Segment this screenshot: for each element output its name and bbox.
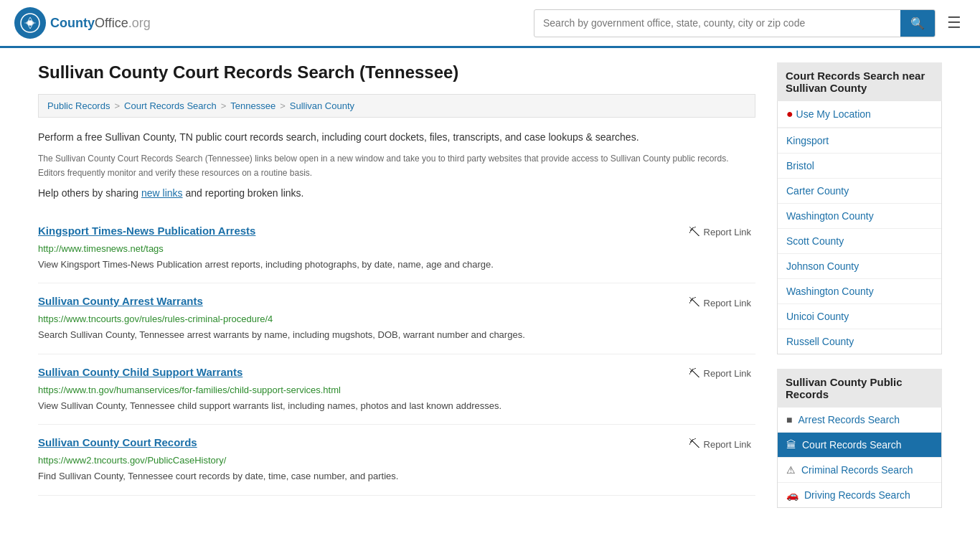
- record-item: Sullivan County Court Records ⛏ Report L…: [38, 425, 755, 496]
- arrest-records-icon: ■: [786, 414, 792, 425]
- record-title[interactable]: Kingsport Times-News Publication Arrests: [38, 225, 255, 237]
- driving-records-label: Driving Records Search: [804, 489, 910, 501]
- report-icon: ⛏: [689, 226, 700, 239]
- record-title[interactable]: Sullivan County Court Records: [38, 436, 197, 448]
- record-item: Kingsport Times-News Publication Arrests…: [38, 213, 755, 284]
- criminal-records-icon: ⚠: [786, 464, 796, 476]
- criminal-records-label: Criminal Records Search: [801, 464, 913, 476]
- nearby-section: Court Records Search near Sullivan Count…: [777, 62, 942, 354]
- nearby-bristol: Bristol: [778, 154, 941, 179]
- content-area: Sullivan County Court Records Search (Te…: [38, 62, 755, 522]
- sidebar-driving-records: 🚗 Driving Records Search: [778, 483, 941, 507]
- record-url: http://www.timesnews.net/tags: [38, 243, 755, 254]
- court-records-icon: 🏛: [786, 439, 796, 451]
- sidebar-court-records: 🏛 Court Records Search: [778, 433, 941, 458]
- public-records-list: ■ Arrest Records Search 🏛 Court Records …: [777, 408, 942, 508]
- help-suffix: and reporting broken links.: [183, 187, 304, 199]
- new-links-link[interactable]: new links: [141, 187, 183, 199]
- record-item: Sullivan County Child Support Warrants ⛏…: [38, 354, 755, 425]
- breadcrumb-court-records-search[interactable]: Court Records Search: [124, 100, 217, 111]
- sidebar-criminal-records: ⚠ Criminal Records Search: [778, 458, 941, 483]
- search-button[interactable]: 🔍: [900, 10, 935, 37]
- breadcrumb-sep-1: >: [114, 100, 120, 111]
- logo-icon: [14, 7, 46, 39]
- record-title[interactable]: Sullivan County Arrest Warrants: [38, 295, 203, 307]
- record-description: View Kingsport Times-News Publication ar…: [38, 258, 755, 272]
- hamburger-icon: ☰: [947, 14, 961, 32]
- nearby-johnson-county: Johnson County: [778, 254, 941, 279]
- record-description: Search Sullivan County, Tennessee arrest…: [38, 328, 755, 342]
- court-records-label: Court Records Search: [802, 439, 902, 451]
- report-link-button[interactable]: ⛏ Report Link: [684, 366, 755, 382]
- use-location-link[interactable]: ● Use My Location: [778, 101, 941, 128]
- record-description: Find Sullivan County, Tennessee court re…: [38, 469, 755, 484]
- report-link-button[interactable]: ⛏ Report Link: [684, 436, 755, 452]
- nearby-washington-county-1: Washington County: [778, 204, 941, 229]
- nearby-kingsport: Kingsport: [778, 128, 941, 154]
- record-header: Sullivan County Child Support Warrants ⛏…: [38, 366, 755, 382]
- nearby-heading: Court Records Search near Sullivan Count…: [777, 62, 942, 101]
- breadcrumb-public-records[interactable]: Public Records: [47, 100, 110, 111]
- logo-text: CountyOffice.org: [50, 16, 151, 31]
- record-header: Sullivan County Arrest Warrants ⛏ Report…: [38, 295, 755, 311]
- help-prefix: Help others by sharing: [38, 187, 141, 199]
- menu-button[interactable]: ☰: [943, 9, 966, 37]
- nearby-russell-county: Russell County: [778, 329, 941, 354]
- record-url: https://www.tncourts.gov/rules/rules-cri…: [38, 314, 755, 324]
- nearby-scott-county: Scott County: [778, 229, 941, 254]
- search-bar: 🔍: [534, 9, 936, 37]
- sidebar: Court Records Search near Sullivan Count…: [777, 62, 942, 522]
- record-url: https://www.tn.gov/humanservices/for-fam…: [38, 385, 755, 395]
- breadcrumb-sullivan-county[interactable]: Sullivan County: [290, 100, 354, 111]
- public-records-heading: Sullivan County Public Records: [777, 369, 942, 408]
- location-pin-icon: ●: [786, 108, 793, 120]
- intro-text-1: Perform a free Sullivan County, TN publi…: [38, 129, 755, 145]
- record-title[interactable]: Sullivan County Child Support Warrants: [38, 366, 242, 378]
- report-icon: ⛏: [689, 296, 700, 309]
- header-right: 🔍 ☰: [534, 9, 966, 37]
- logo-area: CountyOffice.org: [14, 7, 151, 39]
- record-url: https://www2.tncourts.gov/PublicCaseHist…: [38, 455, 755, 466]
- record-header: Sullivan County Court Records ⛏ Report L…: [38, 436, 755, 452]
- search-icon: 🔍: [910, 17, 925, 29]
- report-link-button[interactable]: ⛏ Report Link: [684, 225, 755, 240]
- breadcrumb: Public Records > Court Records Search > …: [38, 94, 755, 118]
- sidebar-arrest-records: ■ Arrest Records Search: [778, 408, 941, 433]
- report-link-button[interactable]: ⛏ Report Link: [684, 295, 755, 311]
- page-title: Sullivan County Court Records Search (Te…: [38, 62, 755, 83]
- report-link-label: Report Link: [704, 227, 751, 237]
- public-records-section: Sullivan County Public Records ■ Arrest …: [777, 369, 942, 508]
- breadcrumb-sep-3: >: [280, 100, 286, 111]
- records-list: Kingsport Times-News Publication Arrests…: [38, 213, 755, 496]
- record-item: Sullivan County Arrest Warrants ⛏ Report…: [38, 283, 755, 354]
- use-location-item: ● Use My Location: [778, 101, 941, 128]
- report-link-label: Report Link: [704, 298, 751, 309]
- report-icon: ⛏: [689, 367, 700, 380]
- main-container: Sullivan County Court Records Search (Te…: [24, 48, 956, 537]
- help-text: Help others by sharing new links and rep…: [38, 187, 755, 199]
- breadcrumb-sep-2: >: [221, 100, 227, 111]
- nearby-list: ● Use My Location Kingsport Bristol Cart…: [777, 101, 942, 354]
- intro-text-2: The Sullivan County Court Records Search…: [38, 152, 755, 179]
- record-description: View Sullivan County, Tennessee child su…: [38, 399, 755, 413]
- report-link-label: Report Link: [704, 439, 751, 450]
- arrest-records-label: Arrest Records Search: [798, 414, 900, 425]
- breadcrumb-tennessee[interactable]: Tennessee: [230, 100, 275, 111]
- nearby-unicoi-county: Unicoi County: [778, 304, 941, 329]
- report-link-label: Report Link: [704, 368, 751, 379]
- nearby-carter-county: Carter County: [778, 179, 941, 204]
- driving-records-icon: 🚗: [786, 489, 798, 501]
- report-icon: ⛏: [689, 438, 700, 451]
- nearby-washington-county-2: Washington County: [778, 279, 941, 304]
- use-location-label: Use My Location: [796, 108, 871, 120]
- header: CountyOffice.org 🔍 ☰: [0, 0, 980, 48]
- search-input[interactable]: [534, 11, 900, 34]
- record-header: Kingsport Times-News Publication Arrests…: [38, 225, 755, 240]
